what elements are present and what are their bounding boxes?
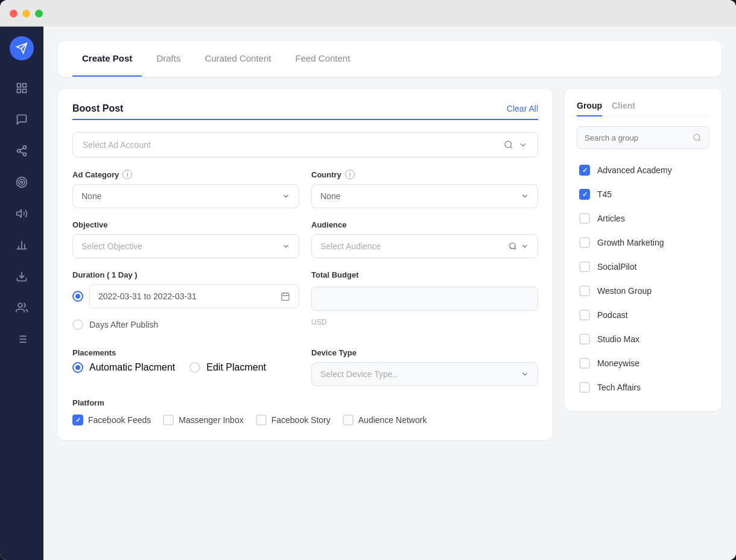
device-type-select[interactable]: Select Device Type.. <box>311 362 538 386</box>
weston-group-checkbox[interactable] <box>579 285 590 296</box>
sidebar <box>0 27 43 560</box>
duration-group: Duration ( 1 Day ) 2022-03-31 to 2022-03… <box>72 270 299 336</box>
content-area: Boost Post Clear All Select Ad Account <box>58 89 722 440</box>
device-type-placeholder: Select Device Type.. <box>320 369 397 379</box>
articles-checkbox[interactable] <box>579 213 590 224</box>
sidebar-item-analytics[interactable] <box>8 232 35 258</box>
group-item-studio-max[interactable]: Studio Max <box>577 328 709 351</box>
automatic-placement-label: Automatic Placment <box>89 362 175 373</box>
svg-point-12 <box>19 179 25 185</box>
chevron-down-icon <box>282 192 290 200</box>
chevron-down-icon <box>521 192 529 200</box>
group-item-moneywise[interactable]: Moneywise <box>577 352 709 375</box>
tech-affairs-checkbox[interactable] <box>579 382 590 393</box>
clear-all-button[interactable]: Clear All <box>507 104 538 113</box>
massenger-inbox-checkbox[interactable] <box>163 415 174 425</box>
date-range-radio[interactable] <box>72 291 83 302</box>
group-item-articles[interactable]: Articles <box>577 207 709 230</box>
placements-options: Automatic Placment Edit Placment <box>72 362 299 379</box>
total-budget-input[interactable] <box>311 287 538 311</box>
advanced-academy-checkbox[interactable] <box>579 165 590 176</box>
placements-label: Placements <box>72 348 299 357</box>
objective-select[interactable]: Select Objective <box>72 234 299 258</box>
sidebar-item-messages[interactable] <box>8 106 35 133</box>
group-item-weston-group[interactable]: Weston Group <box>577 279 709 302</box>
svg-point-11 <box>17 177 27 188</box>
days-after-publish-radio[interactable] <box>72 319 83 330</box>
main-content: Create Post Drafts Curated Content Feed … <box>43 27 736 560</box>
search-group-input[interactable] <box>585 133 693 142</box>
group-item-advanced-academy[interactable]: Advanced Academy <box>577 159 709 182</box>
studio-max-checkbox[interactable] <box>579 334 590 345</box>
platform-section: Platform Facebook Feeds Massenger Inbox <box>72 398 538 425</box>
titlebar <box>0 0 736 27</box>
placements-group: Placements Automatic Placment Edit Placm… <box>72 348 299 386</box>
socialpilot-checkbox[interactable] <box>579 261 590 272</box>
studio-max-label: Studio Max <box>597 334 639 344</box>
audience-network-label: Audience Network <box>358 415 427 425</box>
ad-category-select[interactable]: None <box>72 184 299 208</box>
minimize-button[interactable] <box>22 10 30 18</box>
sidebar-item-target[interactable] <box>8 169 35 196</box>
svg-point-13 <box>21 181 22 183</box>
sidebar-item-users[interactable] <box>8 294 35 321</box>
maximize-button[interactable] <box>35 10 43 18</box>
tab-create-post[interactable]: Create Post <box>72 41 142 77</box>
total-budget-group: Total Budget USD <box>311 270 538 336</box>
sidebar-item-list[interactable] <box>8 326 35 352</box>
growth-marketing-checkbox[interactable] <box>579 237 590 248</box>
edit-placement-radio[interactable] <box>189 362 200 373</box>
svg-rect-4 <box>17 89 21 93</box>
search-icon <box>504 140 513 150</box>
platform-options: Facebook Feeds Massenger Inbox Facebook … <box>72 415 538 425</box>
tab-group[interactable]: Group <box>577 101 602 116</box>
country-select[interactable]: None <box>311 184 538 208</box>
tab-client[interactable]: Client <box>612 101 635 116</box>
audience-select[interactable]: Select Audience <box>311 234 538 258</box>
ad-account-select[interactable]: Select Ad Account <box>72 132 538 158</box>
days-after-publish-label: Days After Publish <box>89 320 158 329</box>
moneywise-checkbox[interactable] <box>579 358 590 369</box>
growth-marketing-label: Growth Marketing <box>597 238 664 247</box>
sidebar-item-megaphone[interactable] <box>8 200 35 227</box>
group-item-t45[interactable]: T45 <box>577 183 709 206</box>
sidebar-item-dashboard[interactable] <box>8 75 35 101</box>
country-info-icon: i <box>345 170 355 179</box>
moneywise-label: Moneywise <box>597 358 639 368</box>
massenger-inbox-label: Massenger Inbox <box>179 415 243 425</box>
automatic-placement-row: Automatic Placment <box>72 362 175 373</box>
group-item-socialpilot[interactable]: SocialPilot <box>577 255 709 278</box>
group-list: Advanced Academy T45 Articles <box>577 159 709 399</box>
search-group-container <box>577 126 709 149</box>
sidebar-item-download[interactable] <box>8 263 35 290</box>
sidebar-item-network[interactable] <box>8 138 35 164</box>
svg-rect-3 <box>23 84 27 88</box>
group-item-tech-affairs[interactable]: Tech Affairs <box>577 376 709 399</box>
tab-feed-content[interactable]: Feed Content <box>285 41 360 77</box>
svg-rect-5 <box>23 89 27 93</box>
articles-label: Articles <box>597 214 625 223</box>
facebook-story-checkbox[interactable] <box>256 415 267 425</box>
group-client-panel: Group Client <box>565 89 722 411</box>
tab-drafts[interactable]: Drafts <box>147 41 190 77</box>
group-item-growth-marketing[interactable]: Growth Marketing <box>577 231 709 254</box>
close-button[interactable] <box>10 10 17 18</box>
currency-label: USD <box>311 318 538 326</box>
tab-curated-content[interactable]: Curated Content <box>195 41 281 77</box>
objective-label: Objective <box>72 220 299 229</box>
date-range-input[interactable]: 2022-03-31 to 2022-03-31 <box>89 284 299 308</box>
svg-point-29 <box>510 243 515 249</box>
t45-checkbox[interactable] <box>579 189 590 200</box>
chevron-down-icon <box>521 370 529 378</box>
ad-account-placeholder: Select Ad Account <box>83 140 151 150</box>
automatic-placement-radio[interactable] <box>72 362 83 373</box>
facebook-feeds-checkbox-item: Facebook Feeds <box>72 415 151 425</box>
sidebar-logo[interactable] <box>10 36 34 60</box>
podcast-checkbox[interactable] <box>579 310 590 320</box>
days-radio-row: Days After Publish <box>72 319 299 330</box>
group-item-podcast[interactable]: Podcast <box>577 304 709 326</box>
facebook-feeds-checkbox[interactable] <box>72 415 83 425</box>
svg-line-28 <box>510 147 512 148</box>
audience-network-checkbox[interactable] <box>343 415 354 425</box>
placements-device-row: Placements Automatic Placment Edit Placm… <box>72 348 538 386</box>
